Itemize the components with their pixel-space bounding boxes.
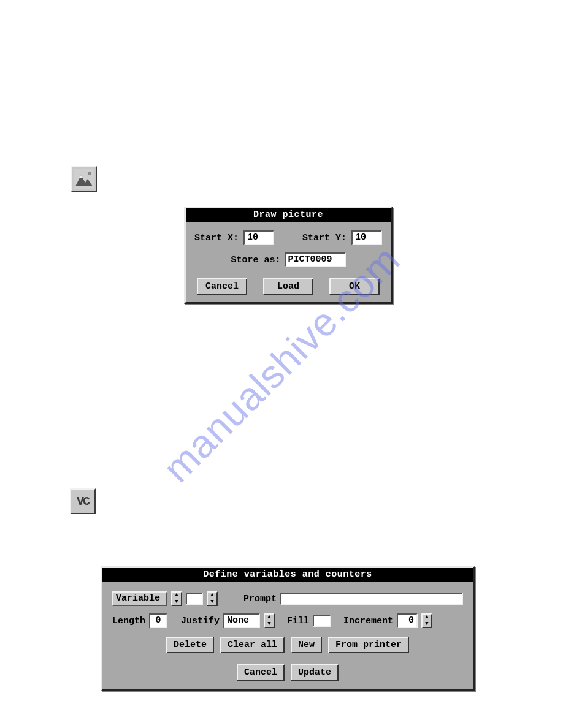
length-label: Length xyxy=(112,616,145,626)
svg-point-3 xyxy=(88,172,91,175)
prompt-label: Prompt xyxy=(243,594,277,604)
clear-all-button[interactable]: Clear all xyxy=(220,637,285,653)
dialog-body: Variable Prompt Length 0 Justify xyxy=(102,582,473,689)
fill-label: Fill xyxy=(287,616,309,626)
chevron-down-icon xyxy=(265,621,274,628)
increment-label: Increment xyxy=(343,616,393,626)
delete-button[interactable]: Delete xyxy=(166,637,214,653)
picture-tool-icon[interactable] xyxy=(71,166,97,192)
dialog-title: Define variables and counters xyxy=(102,568,473,582)
cancel-button[interactable]: Cancel xyxy=(197,278,247,295)
dialog-title: Draw picture xyxy=(186,208,391,222)
chevron-up-icon xyxy=(265,615,274,621)
prompt-input[interactable] xyxy=(280,593,463,605)
justify-select[interactable]: None xyxy=(223,613,260,628)
load-button[interactable]: Load xyxy=(263,278,313,295)
length-input[interactable]: 0 xyxy=(149,613,167,628)
variable-type-spinner[interactable] xyxy=(171,591,182,606)
chevron-up-icon xyxy=(423,615,431,621)
cancel-button[interactable]: Cancel xyxy=(237,664,285,681)
ok-button[interactable]: OK xyxy=(329,278,380,295)
draw-picture-dialog: Draw picture Start X: 10 Start Y: 10 Sto… xyxy=(184,207,393,304)
start-y-label: Start Y: xyxy=(302,233,347,243)
new-button[interactable]: New xyxy=(291,637,322,653)
start-x-input[interactable]: 10 xyxy=(243,230,274,245)
chevron-down-icon xyxy=(208,599,216,605)
chevron-down-icon xyxy=(423,621,431,628)
update-button[interactable]: Update xyxy=(291,664,339,681)
vc-icon-label: VC xyxy=(77,495,89,509)
store-as-input[interactable]: PICT0009 xyxy=(285,252,346,267)
mountain-icon xyxy=(73,168,95,190)
chevron-up-icon xyxy=(208,593,216,599)
vc-tool-icon[interactable]: VC xyxy=(70,488,96,514)
justify-label: Justify xyxy=(181,616,220,626)
fill-input[interactable] xyxy=(313,615,331,627)
store-as-label: Store as: xyxy=(231,255,280,265)
variable-index-spinner[interactable] xyxy=(207,591,218,606)
chevron-up-icon xyxy=(172,593,181,599)
increment-input[interactable]: 0 xyxy=(397,613,418,628)
start-x-label: Start X: xyxy=(194,233,239,243)
variable-type-select[interactable]: Variable xyxy=(112,591,167,606)
justify-spinner[interactable] xyxy=(264,613,275,628)
from-printer-button[interactable]: From printer xyxy=(328,637,409,653)
chevron-down-icon xyxy=(172,599,181,605)
increment-spinner[interactable] xyxy=(421,613,432,628)
variable-index-input[interactable] xyxy=(186,593,203,605)
dialog-body: Start X: 10 Start Y: 10 Store as: PICT00… xyxy=(186,222,391,302)
document-page: manualshive.com Draw picture Start X: 10… xyxy=(0,0,563,728)
define-variables-dialog: Define variables and counters Variable P… xyxy=(101,566,475,691)
start-y-input[interactable]: 10 xyxy=(351,230,382,245)
